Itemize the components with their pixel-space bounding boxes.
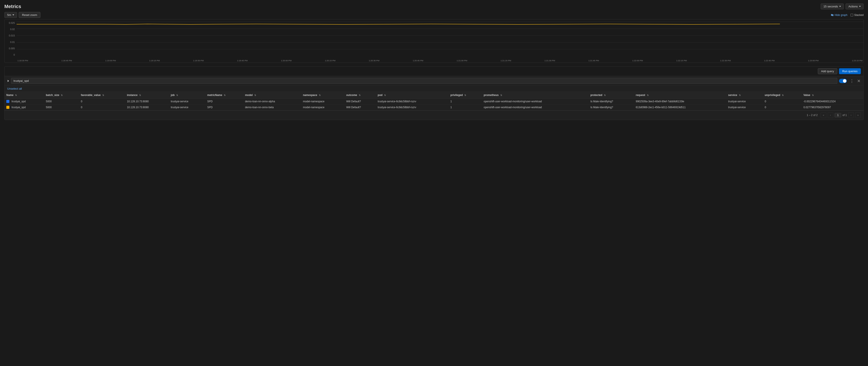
- cell-value: 0.02779637l582978097: [802, 104, 863, 110]
- cell-job: trustyai-service: [169, 104, 206, 110]
- cell-prometheus: openshift-user-workload-monitoring/user-…: [482, 99, 589, 104]
- x-axis-labels: 1:18:30 PM 1:18:45 PM 1:19:00 PM 1:19:15…: [17, 59, 863, 62]
- cell-instance: 10.128.10.73:8080: [125, 99, 169, 104]
- sort-icon-metricName: ⇅: [224, 94, 225, 96]
- sort-icon-service: ⇅: [739, 94, 741, 96]
- cell-favorable_value: 0: [79, 99, 125, 104]
- query-section: Add query Run queries ⋮ Unselect all: [4, 66, 864, 120]
- eye-slash-icon: [831, 13, 834, 17]
- close-query-button[interactable]: [857, 79, 861, 83]
- col-request[interactable]: request ⇅: [634, 92, 726, 99]
- col-prometheus[interactable]: prometheus ⇅: [482, 92, 589, 99]
- col-instance[interactable]: instance ⇅: [125, 92, 169, 99]
- sort-icon-name: ⇅: [15, 94, 17, 96]
- row-color-indicator: [6, 100, 9, 103]
- last-page-button[interactable]: »: [855, 112, 861, 118]
- x-label-12: 1:21:30 PM: [545, 59, 555, 62]
- refresh-interval-dropdown[interactable]: 15 seconds: [821, 3, 844, 9]
- x-label-10: 1:21:00 PM: [457, 59, 467, 62]
- sort-icon-prometheus: ⇅: [500, 94, 502, 96]
- cell-model: demo-loan-nn-onnx-beta: [243, 104, 301, 110]
- cell-metricName: SPD: [206, 104, 243, 110]
- col-service[interactable]: service ⇅: [726, 92, 763, 99]
- col-batch_size[interactable]: batch_size ⇅: [44, 92, 79, 99]
- cell-name-text: trustyai_spd: [11, 106, 26, 109]
- sort-icon-pod: ⇅: [384, 94, 386, 96]
- y-label-4: 0.005: [6, 47, 15, 50]
- graph-inner: [17, 22, 863, 56]
- cell-outcome: Will Default?: [345, 99, 376, 104]
- query-kebab-menu[interactable]: ⋮: [848, 79, 855, 83]
- of-total-pages: of 1: [842, 114, 847, 117]
- metrics-table-container: Name ⇅ batch_size ⇅ favorable_value ⇅ in…: [5, 92, 863, 110]
- graph-svg: [17, 22, 863, 56]
- col-pod[interactable]: pod ⇅: [376, 92, 449, 99]
- x-label-1: 1:18:45 PM: [61, 59, 72, 62]
- graph-controls-bar: 5m Reset zoom Hide graph Stacked: [4, 12, 864, 18]
- x-label-15: 1:22:15 PM: [676, 59, 687, 62]
- stacked-checkbox[interactable]: [850, 14, 853, 17]
- cell-instance: 10.128.10.73:8080: [125, 104, 169, 110]
- cell-privileged: 1: [448, 99, 482, 104]
- chevron-right-icon: [8, 80, 9, 82]
- y-label-2: 0.015: [6, 34, 15, 37]
- sort-icon-batch: ⇅: [61, 94, 63, 96]
- x-label-11: 1:21:15 PM: [500, 59, 511, 62]
- query-row: ⋮: [5, 76, 863, 86]
- time-range-label: 5m: [7, 13, 11, 17]
- next-page-button[interactable]: ›: [848, 112, 854, 118]
- close-icon: [857, 80, 860, 83]
- table-row: trustyai_spd5000010.128.10.73:8080trusty…: [5, 104, 863, 110]
- x-label-7: 1:20:15 PM: [325, 59, 336, 62]
- actions-dropdown[interactable]: Actions: [845, 3, 864, 9]
- cell-metricName: SPD: [206, 99, 243, 104]
- cell-batch_size: 5000: [44, 99, 79, 104]
- cell-unprivileged: 0: [763, 104, 802, 110]
- header-controls: 15 seconds Actions: [821, 3, 864, 9]
- cell-batch_size: 5000: [44, 104, 79, 110]
- cell-name: trustyai_spd: [5, 104, 44, 110]
- first-page-button[interactable]: «: [821, 112, 826, 118]
- unselect-bar: Unselect all: [5, 86, 863, 92]
- add-query-button[interactable]: Add query: [818, 68, 837, 74]
- sort-icon-privileged: ⇅: [464, 94, 466, 96]
- stacked-label-text: Stacked: [854, 13, 864, 17]
- stacked-toggle-label[interactable]: Stacked: [850, 13, 864, 17]
- col-name[interactable]: Name ⇅: [5, 92, 44, 99]
- cell-pod: trustyai-service-6c9dc58bbf-rszrv: [376, 104, 449, 110]
- col-metricName[interactable]: metricName ⇅: [206, 92, 243, 99]
- expand-query-button[interactable]: [7, 80, 9, 83]
- col-value[interactable]: Value ⇅: [802, 92, 863, 99]
- time-range-dropdown[interactable]: 5m: [4, 12, 17, 18]
- query-toggle[interactable]: [839, 79, 847, 83]
- cell-prometheus: openshift-user-workload-monitoring/user-…: [482, 104, 589, 110]
- col-privileged[interactable]: privileged ⇅: [448, 92, 482, 99]
- prev-page-button[interactable]: ‹: [828, 112, 833, 118]
- cell-name: trustyai_spd: [5, 99, 44, 104]
- sort-icon-protected: ⇅: [604, 94, 606, 96]
- page-number-input[interactable]: [835, 113, 841, 117]
- row-color-indicator: [6, 106, 9, 109]
- x-label-0: 1:18:30 PM: [18, 59, 28, 62]
- col-favorable_value[interactable]: favorable_value ⇅: [79, 92, 125, 99]
- sort-icon-instance: ⇅: [139, 94, 141, 96]
- col-outcome[interactable]: outcome ⇅: [345, 92, 376, 99]
- cell-namespace: model-namespace: [301, 104, 345, 110]
- unselect-all-button[interactable]: Unselect all: [7, 87, 22, 90]
- sort-icon-unprivileged: ⇅: [782, 94, 784, 96]
- hide-graph-button[interactable]: Hide graph: [831, 13, 847, 17]
- cell-favorable_value: 0: [79, 104, 125, 110]
- col-protected[interactable]: protected ⇅: [589, 92, 634, 99]
- query-input[interactable]: [11, 78, 837, 84]
- run-queries-button[interactable]: Run queries: [839, 68, 861, 74]
- sort-icon-outcome: ⇅: [359, 94, 361, 96]
- refresh-interval-label: 15 seconds: [824, 5, 838, 8]
- x-label-3: 1:19:15 PM: [149, 59, 160, 62]
- graph-controls-left: 5m Reset zoom: [4, 12, 40, 18]
- col-model[interactable]: model ⇅: [243, 92, 301, 99]
- col-namespace[interactable]: namespace ⇅: [301, 92, 345, 99]
- reset-zoom-button[interactable]: Reset zoom: [19, 12, 40, 18]
- col-unprivileged[interactable]: unprivileged ⇅: [763, 92, 802, 99]
- col-job[interactable]: job ⇅: [169, 92, 206, 99]
- cell-pod: trustyai-service-6c9dc58bbf-rszrv: [376, 99, 449, 104]
